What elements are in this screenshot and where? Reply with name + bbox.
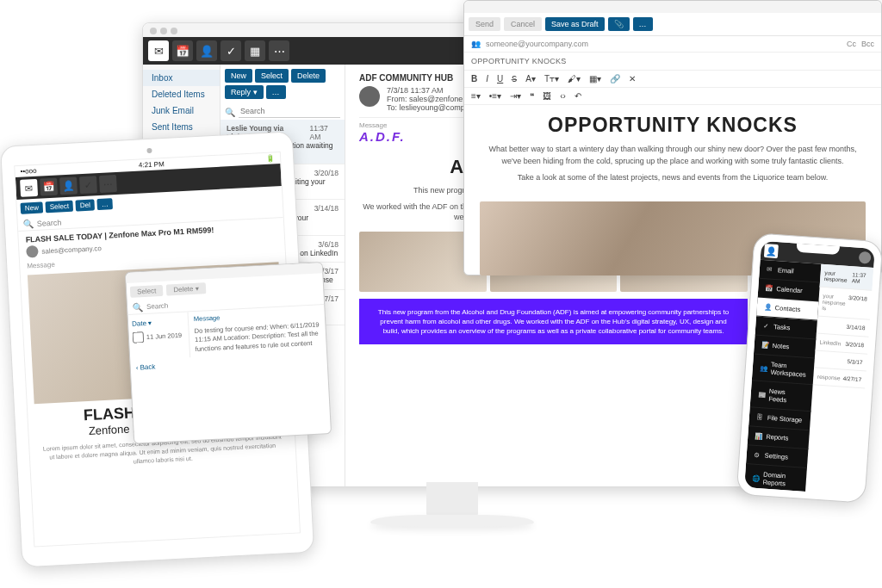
cc-link[interactable]: Cc — [847, 40, 856, 48]
more-button[interactable]: … — [266, 85, 286, 99]
menu-item-news-feeds[interactable]: 📰News Feeds — [750, 381, 813, 412]
cancel-button[interactable]: Cancel — [504, 17, 542, 31]
send-button[interactable]: Send — [469, 17, 500, 31]
contacts-icon[interactable]: 👤 — [59, 176, 78, 195]
table-icon[interactable]: ▦▾ — [589, 74, 601, 84]
menu-item-domain-reports[interactable]: 🌐Domain Reports — [744, 464, 806, 495]
sidebar-item-junk[interactable]: Junk Email — [143, 102, 220, 119]
format-toolbar: B I U S̶ A▾ Tᴛ▾ 🖌▾ ▦▾ 🔗 ✕ — [464, 71, 881, 88]
sidebar-item-inbox[interactable]: Inbox — [143, 70, 220, 86]
compose-window: Send Cancel Save as Draft 📎 … 👥 someone@… — [463, 0, 882, 275]
link-icon[interactable]: 🔗 — [610, 74, 620, 84]
more-icon[interactable]: ⋯ — [269, 40, 289, 61]
clear-icon[interactable]: ✕ — [629, 74, 636, 84]
list-item[interactable]: your response11:37 AM — [819, 264, 873, 291]
menu-item-domain-settings[interactable]: 🌐Domain Settings — [744, 491, 804, 495]
bold-icon[interactable]: B — [471, 74, 477, 84]
color-icon[interactable]: 🖌▾ — [568, 74, 581, 84]
mail-icon[interactable]: ✉ — [20, 179, 38, 197]
bcc-link[interactable]: Bcc — [861, 40, 874, 48]
search-icon — [133, 302, 144, 313]
image-icon[interactable]: 🖼 — [543, 91, 551, 101]
tasks-icon[interactable]: ✓ — [220, 40, 241, 61]
tasks-icon[interactable]: ✓ — [79, 176, 97, 194]
more-icon[interactable]: ⋯ — [99, 175, 117, 193]
attach-button[interactable]: 📎 — [608, 17, 630, 31]
select-button[interactable]: Select — [130, 285, 164, 298]
popup-window: Select Delete ▾ Search Date ▾ 11 Jun 201… — [125, 262, 332, 444]
message-body: Do testing for course end: When: 6/11/20… — [194, 320, 320, 354]
code-icon[interactable]: ‹› — [560, 91, 566, 101]
new-button[interactable]: New — [225, 69, 252, 83]
format-toolbar-2: ≡▾ •≡▾ ⇥▾ ❝ 🖼 ‹› ↶ — [464, 88, 881, 105]
compose-paragraph: What better way to start a wintery day t… — [481, 144, 864, 167]
list-item[interactable]: 11 Jun 2019 — [132, 327, 185, 346]
monitor-stand — [370, 482, 534, 542]
font-icon[interactable]: A▾ — [525, 74, 536, 84]
search-row — [225, 105, 340, 118]
list-item[interactable]: response4/27/17 — [812, 368, 866, 388]
save-draft-button[interactable]: Save as Draft — [545, 17, 605, 31]
sidebar-item-sent[interactable]: Sent Items — [143, 119, 220, 135]
search-input[interactable] — [239, 105, 340, 118]
list-item[interactable]: your response is3/20/18 — [817, 288, 873, 320]
sidebar-item-deleted[interactable]: Deleted Items — [143, 86, 220, 102]
select-button[interactable]: Select — [255, 69, 289, 83]
delete-button[interactable]: Delete ▾ — [166, 282, 206, 295]
camera-dot — [146, 148, 152, 153]
search-icon — [225, 107, 235, 117]
compose-paragraph: Take a look at some of the latest projec… — [481, 172, 864, 184]
mail-icon[interactable]: ✉ — [148, 40, 169, 61]
row-checkbox[interactable] — [133, 331, 145, 344]
highlight-banner: This new program from the Alcohol and Dr… — [359, 299, 748, 345]
undo-icon[interactable]: ↶ — [575, 91, 581, 101]
quote-icon[interactable]: ❝ — [530, 91, 534, 101]
delete-button[interactable]: Delete — [291, 69, 326, 83]
strike-icon[interactable]: S̶ — [512, 74, 517, 84]
menu-item-team-workspaces[interactable]: 👥Team Workspaces — [752, 354, 815, 385]
contacts-icon[interactable]: 👤 — [196, 40, 217, 61]
person-icon: 👥 — [471, 40, 481, 48]
select-button[interactable]: Select — [45, 201, 73, 214]
align-icon[interactable]: ≡▾ — [471, 91, 481, 101]
more-button[interactable]: … — [633, 17, 653, 31]
avatar — [26, 245, 39, 258]
avatar[interactable] — [859, 251, 872, 264]
contacts-icon[interactable]: 👤 — [764, 244, 779, 258]
compose-headline: OPPORTUNITY KNOCKS — [481, 114, 864, 137]
more-button[interactable]: … — [97, 198, 114, 210]
avatar — [359, 86, 380, 107]
compose-body[interactable]: OPPORTUNITY KNOCKS What better way to st… — [464, 105, 881, 193]
delete-button[interactable]: Del — [76, 199, 96, 211]
calendar-icon[interactable]: 📅 — [172, 40, 193, 61]
search-icon — [22, 219, 34, 229]
phone-device: 👤 ✉Email📅Calendar👤Contacts✓Tasks📝Notes👥T… — [736, 232, 882, 504]
notes-icon[interactable]: ▦ — [245, 40, 265, 61]
new-button[interactable]: New — [20, 201, 43, 214]
calendar-icon[interactable]: 📅 — [40, 178, 58, 196]
list-icon[interactable]: •≡▾ — [489, 91, 501, 101]
subject-field[interactable]: OPPORTUNITY KNOCKS — [464, 53, 881, 71]
italic-icon[interactable]: I — [486, 74, 488, 84]
size-icon[interactable]: Tᴛ▾ — [544, 74, 559, 84]
reply-button[interactable]: Reply ▾ — [225, 85, 264, 99]
underline-icon[interactable]: U — [497, 74, 503, 84]
indent-icon[interactable]: ⇥▾ — [510, 91, 521, 101]
window-chrome — [464, 1, 881, 13]
to-field[interactable]: someone@yourcompany.com — [486, 40, 588, 48]
